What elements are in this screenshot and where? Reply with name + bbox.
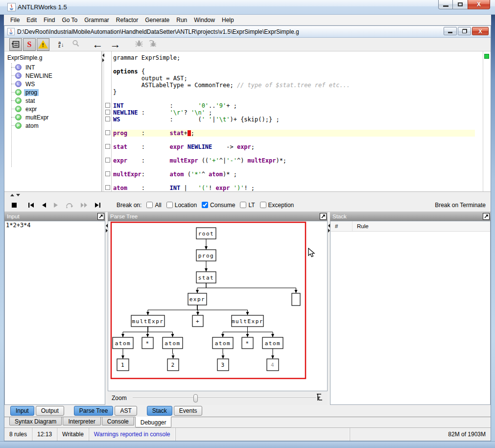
- input-panel-body[interactable]: 1*2+3*4: [4, 221, 105, 405]
- debug-button[interactable]: [135, 40, 143, 49]
- code-line[interactable]: [113, 61, 474, 68]
- zoom-slider-track[interactable]: [133, 398, 316, 399]
- breakpoint-checkbox[interactable]: [105, 185, 110, 190]
- zoom-slider-thumb[interactable]: [193, 394, 198, 402]
- find-button[interactable]: [72, 40, 80, 49]
- break-on-exception[interactable]: Exception: [260, 202, 294, 209]
- break-on-consume[interactable]: Consume: [202, 202, 235, 209]
- checkbox[interactable]: [146, 202, 153, 208]
- rule-label[interactable]: INT: [24, 64, 36, 71]
- checkbox[interactable]: [202, 202, 208, 208]
- rule-label[interactable]: prog: [24, 89, 39, 96]
- breakpoint-checkbox[interactable]: [105, 144, 110, 149]
- collapse-down-icon[interactable]: [16, 194, 20, 196]
- rule-tree-item-multExpr[interactable]: PmultExpr: [4, 113, 101, 121]
- sort-rules-button[interactable]: S: [23, 38, 36, 51]
- checkbox[interactable]: [166, 202, 173, 208]
- rule-tree-item-stat[interactable]: Pstat: [4, 96, 101, 105]
- code-line[interactable]: [113, 95, 474, 102]
- editor-code[interactable]: grammar ExprSimple;options { output = AS…: [113, 54, 474, 191]
- maximize-button[interactable]: [453, 0, 468, 9]
- rule-label[interactable]: stat: [24, 97, 36, 104]
- tab-debugger[interactable]: Debugger: [135, 417, 172, 427]
- code-line[interactable]: multExpr: atom ('*'^ atom)* ;: [113, 171, 474, 178]
- break-on-all[interactable]: All: [146, 202, 161, 209]
- menu-refactor[interactable]: Refactor: [113, 15, 141, 25]
- code-line[interactable]: expr : multExpr (('+'^|'-'^) multExpr)*;: [113, 157, 474, 164]
- forward-button[interactable]: →: [110, 40, 121, 49]
- view-button-ast[interactable]: AST: [115, 406, 137, 416]
- console-report-button[interactable]: [9, 38, 22, 51]
- break-on-lt[interactable]: LT: [240, 202, 255, 209]
- step-backward-button[interactable]: [41, 202, 47, 208]
- doc-minimize-button[interactable]: [444, 27, 457, 35]
- rule-label[interactable]: NEWLINE: [24, 72, 54, 79]
- checkbox[interactable]: [260, 202, 266, 208]
- menu-run[interactable]: Run: [173, 15, 190, 25]
- step-over-button[interactable]: [66, 202, 73, 208]
- menu-edit[interactable]: Edit: [23, 15, 40, 25]
- menu-help[interactable]: Help: [218, 15, 237, 25]
- menu-go-to[interactable]: Go To: [58, 15, 81, 25]
- view-button-events[interactable]: Events: [174, 406, 203, 416]
- code-line[interactable]: prog : stat+;: [113, 130, 474, 137]
- warnings-button[interactable]: !: [37, 38, 49, 51]
- code-line[interactable]: stat : expr NEWLINE -> expr;: [113, 143, 474, 150]
- checkbox[interactable]: [240, 202, 246, 208]
- sort-az-button[interactable]: az ↓: [58, 41, 64, 48]
- tab-syntax-diagram[interactable]: Syntax Diagram: [9, 417, 62, 425]
- breakpoint-checkbox[interactable]: [105, 117, 110, 121]
- doc-close-button[interactable]: X: [472, 27, 489, 35]
- stack-column-number[interactable]: #: [330, 221, 353, 231]
- view-button-stack[interactable]: Stack: [147, 406, 172, 416]
- view-button-parse-tree[interactable]: Parse Tree: [74, 406, 114, 416]
- status-warnings-link[interactable]: Warnings reported in console: [89, 428, 176, 441]
- rule-label[interactable]: multExpr: [24, 114, 50, 121]
- go-to-end-button[interactable]: [94, 202, 101, 208]
- code-line[interactable]: options {: [113, 68, 474, 75]
- code-line[interactable]: NEWLINE : '\r'? '\n' ;: [113, 109, 474, 116]
- menu-window[interactable]: Window: [190, 15, 218, 25]
- back-button[interactable]: ←: [93, 40, 103, 49]
- expand-panel-button[interactable]: [320, 213, 327, 220]
- expand-panel-button[interactable]: [483, 213, 490, 220]
- code-line[interactable]: [113, 137, 474, 143]
- rule-tree-item-expr[interactable]: Pexpr: [4, 105, 101, 113]
- expand-panel-button[interactable]: [97, 213, 104, 220]
- code-line[interactable]: [113, 164, 474, 171]
- menu-grammar[interactable]: Grammar: [81, 15, 113, 25]
- rule-tree-item-INT[interactable]: LINT: [4, 63, 101, 71]
- code-line[interactable]: [113, 150, 474, 157]
- grammar-editor[interactable]: grammar ExprSimple;options { output = AS…: [104, 51, 491, 191]
- code-line[interactable]: [113, 178, 474, 185]
- parse-tree-graph[interactable]: rootprogstatexprmultExpr+multExpratom*at…: [108, 221, 327, 391]
- code-line[interactable]: ASTLabelType = CommonTree; // type of $s…: [113, 82, 474, 89]
- close-button[interactable]: X: [468, 0, 490, 9]
- parse-tree-node[interactable]: [292, 293, 300, 306]
- break-on-location[interactable]: Location: [166, 202, 197, 209]
- breakpoint-checkbox[interactable]: [105, 103, 110, 108]
- rule-label[interactable]: atom: [24, 122, 40, 129]
- breakpoint-checkbox[interactable]: [105, 158, 110, 163]
- view-button-input[interactable]: Input: [10, 406, 34, 416]
- code-line[interactable]: atom : INT | '('! expr ')'! ;: [113, 185, 474, 191]
- rule-label[interactable]: expr: [24, 106, 38, 113]
- stop-button[interactable]: [11, 202, 17, 208]
- code-line[interactable]: [113, 123, 474, 130]
- code-line[interactable]: }: [113, 89, 474, 95]
- breakpoint-checkbox[interactable]: [105, 110, 110, 115]
- doc-restore-button[interactable]: [458, 27, 471, 35]
- rule-label[interactable]: WS: [24, 81, 36, 88]
- code-line[interactable]: output = AST;: [113, 75, 474, 82]
- code-line[interactable]: grammar ExprSimple;: [113, 54, 474, 61]
- view-button-output[interactable]: Output: [36, 406, 64, 416]
- document-title-bar[interactable]: D:\DevRoot\IndustrialMobileAutomation\Ha…: [4, 26, 491, 38]
- rule-tree-item-atom[interactable]: Patom: [4, 121, 101, 130]
- debug-input-text[interactable]: 1*2+3*4: [5, 221, 105, 229]
- rule-tree-item-WS[interactable]: LWS: [4, 80, 101, 88]
- tab-interpreter[interactable]: Interpreter: [63, 417, 100, 425]
- grammar-file-node[interactable]: ExprSimple.g: [7, 54, 101, 61]
- minimize-button[interactable]: [438, 0, 453, 9]
- stack-column-rule[interactable]: Rule: [353, 223, 369, 229]
- breakpoint-checkbox[interactable]: [105, 130, 110, 135]
